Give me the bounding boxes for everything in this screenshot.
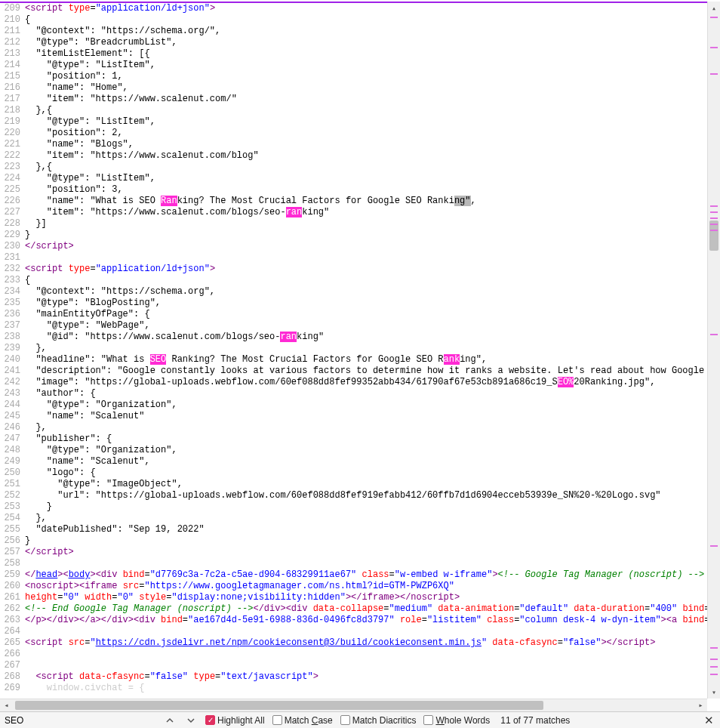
code-line: "@context": "https://schema.org/", <box>25 26 720 37</box>
horizontal-scrollbar[interactable]: ◂ ▸ <box>0 699 707 711</box>
code-line: } <box>25 230 720 241</box>
code-line: } <box>25 501 720 513</box>
scrollbar-thumb[interactable] <box>709 221 718 251</box>
checkbox-icon <box>423 715 433 725</box>
code-line: "@type": "BlogPosting", <box>25 298 720 309</box>
code-line: "@id": "https://www.scalenut.com/blogs/s… <box>25 332 720 343</box>
code-line: }, <box>25 343 720 354</box>
code-line: "name": "Scalenut", <box>25 456 720 467</box>
code-line: "@type": "ListItem", <box>25 173 720 184</box>
search-match-mark <box>710 47 718 48</box>
search-match-mark <box>710 205 718 207</box>
code-line: "position": 2, <box>25 128 720 139</box>
checkbox-icon <box>272 715 282 725</box>
diacritics-label: Match Diacritics <box>352 715 417 726</box>
scrollbar-thumb-h[interactable] <box>15 701 543 710</box>
search-input[interactable]: SEO <box>5 715 155 726</box>
code-line: </p></div></a></div><div bind="ae167d4d-… <box>25 615 720 626</box>
search-match-mark <box>710 334 718 335</box>
code-line: "description": "Google constantly looks … <box>25 366 720 377</box>
search-match-mark <box>710 545 718 547</box>
whole-words-label: Whole Words <box>435 715 490 726</box>
whole-words-checkbox[interactable]: Whole Words <box>423 715 490 726</box>
code-line: "item": "https://www.scalenut.com/blogs/… <box>25 207 720 218</box>
scroll-right-icon[interactable]: ▸ <box>694 699 707 711</box>
code-line: "@type": "Organization", <box>25 445 720 456</box>
code-line: "@type": "BreadcrumbList", <box>25 37 720 48</box>
code-line: "@type": "WebPage", <box>25 320 720 332</box>
find-next-icon[interactable] <box>184 714 198 727</box>
line-number-gutter: 2092102112122132142152162172182192202212… <box>0 3 25 699</box>
code-line <box>25 558 720 569</box>
checkbox-icon <box>340 715 350 725</box>
search-match-mark <box>710 666 718 668</box>
code-line <box>25 252 720 264</box>
code-line: "@context": "https://schema.org", <box>25 286 720 298</box>
code-line: },{ <box>25 162 720 173</box>
code-line: </head><body><div bind="d7769c3a-7c2a-c5… <box>25 569 720 581</box>
find-bar: SEO ✓ Highlight All Match Case Match Dia… <box>0 711 720 728</box>
highlight-all-label: Highlight All <box>217 715 265 726</box>
code-line: <script type="application/ld+json"> <box>25 3 720 14</box>
scroll-down-icon[interactable]: ▾ <box>708 686 720 699</box>
highlight-all-checkbox[interactable]: ✓ Highlight All <box>205 715 265 726</box>
code-line <box>25 626 720 637</box>
code-line: "@type": "ListItem", <box>25 116 720 128</box>
search-match-mark <box>710 224 718 225</box>
code-line: "logo": { <box>25 467 720 479</box>
match-case-label: Match Case <box>285 715 333 726</box>
code-line: "headline": "What is SEO Ranking? The Mo… <box>25 354 720 366</box>
code-line: },{ <box>25 105 720 116</box>
code-line: "publisher": { <box>25 433 720 445</box>
search-match-mark <box>710 211 718 213</box>
code-line: <script data-cfasync="false" type="text/… <box>25 671 720 683</box>
search-match-mark <box>710 647 718 649</box>
code-line: }] <box>25 218 720 230</box>
code-line: <script src="https://cdn.jsdelivr.net/np… <box>25 637 720 649</box>
search-match-mark <box>710 17 718 18</box>
code-editor: 2092102112122132142152162172182192202212… <box>0 2 720 699</box>
close-icon[interactable]: ✕ <box>702 714 715 727</box>
scroll-left-icon[interactable]: ◂ <box>0 699 13 711</box>
code-line <box>25 660 720 671</box>
code-line: "author": { <box>25 388 720 399</box>
code-line: "position": 1, <box>25 71 720 82</box>
code-line: "mainEntityOfPage": { <box>25 309 720 320</box>
code-line: "@type": "ListItem", <box>25 60 720 71</box>
search-match-mark <box>710 674 718 675</box>
match-count: 11 of 77 matches <box>500 715 570 726</box>
code-line: <noscript><iframe src="https://www.googl… <box>25 581 720 592</box>
code-line: "datePublished": "Sep 19, 2022" <box>25 524 720 535</box>
search-match-mark <box>710 659 718 660</box>
code-line: </script> <box>25 547 720 558</box>
checkbox-checked-icon: ✓ <box>205 715 215 725</box>
code-line: "url": "https://global-uploads.webflow.c… <box>25 490 720 501</box>
code-line: height="0" width="0" style="display:none… <box>25 592 720 603</box>
code-line: "image": "https://global-uploads.webflow… <box>25 377 720 388</box>
code-line: { <box>25 275 720 286</box>
code-line: "name": "Home", <box>25 82 720 94</box>
code-line: "name": "Scalenut" <box>25 411 720 422</box>
code-line: "@type": "Organization", <box>25 399 720 411</box>
code-line: "@type": "ImageObject", <box>25 479 720 490</box>
find-prev-icon[interactable] <box>163 714 177 727</box>
vertical-scrollbar[interactable]: ▴ ▾ <box>707 2 720 699</box>
code-line: <!-- End Google Tag Manager (noscript) -… <box>25 603 720 615</box>
code-line: "item": "https://www.scalenut.com/" <box>25 94 720 105</box>
match-case-checkbox[interactable]: Match Case <box>272 715 333 726</box>
search-match-mark <box>710 230 718 231</box>
code-line: "position": 3, <box>25 184 720 196</box>
code-line: </script> <box>25 241 720 252</box>
code-line <box>25 649 720 660</box>
code-line: window.civchat = { <box>25 683 720 694</box>
match-diacritics-checkbox[interactable]: Match Diacritics <box>340 715 417 726</box>
search-match-mark <box>710 217 718 219</box>
code-line: "name": "Blogs", <box>25 139 720 150</box>
scroll-up-icon[interactable]: ▴ <box>708 2 720 14</box>
code-area[interactable]: <script type="application/ld+json">{ "@c… <box>25 3 720 699</box>
code-line: "itemListElement": [{ <box>25 48 720 60</box>
code-line: { <box>25 14 720 26</box>
code-line: "item": "https://www.scalenut.com/blog" <box>25 150 720 162</box>
search-match-mark <box>710 73 718 75</box>
code-line: }, <box>25 513 720 524</box>
